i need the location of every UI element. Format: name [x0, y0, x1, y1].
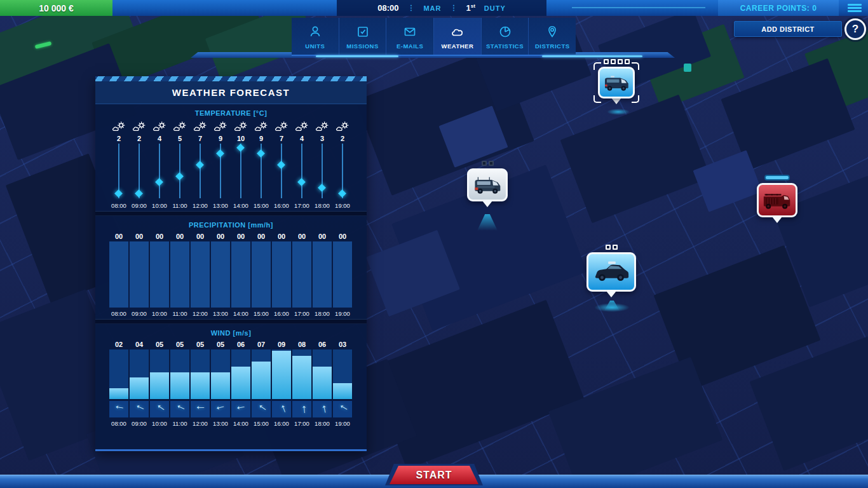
add-district-button[interactable]: ADD DISTRICT — [734, 21, 842, 37]
temperature-times-row: 08:0009:0010:0011:0012:0013:0014:0015:00… — [109, 200, 353, 211]
precipitation-value: 00 — [149, 231, 170, 241]
time-label: 11:00 — [170, 308, 190, 319]
wind-direction-cell: → — [271, 401, 292, 417]
time-label: 17:00 — [292, 308, 312, 319]
sun-behind-cloud-icon — [312, 119, 332, 133]
precipitation-values-row: 000000000000000000000000 — [109, 231, 353, 241]
tab-label: UNITS — [305, 43, 325, 50]
sun-behind-cloud-icon — [332, 119, 353, 133]
tab-missions[interactable]: MISSIONS — [339, 18, 387, 55]
wind-direction-cell: → — [312, 401, 332, 417]
unit-marker-fire-truck[interactable] — [757, 175, 797, 223]
fire-truck-progress-bar — [764, 175, 790, 180]
temperature-chart — [109, 144, 353, 200]
wind-bar — [252, 362, 271, 399]
selection-bracket-icon — [632, 95, 639, 103]
tab-units[interactable]: UNITS — [292, 18, 339, 55]
status-square — [482, 161, 487, 166]
tab-underline-right — [542, 55, 642, 57]
wind-bar-cell — [190, 349, 210, 399]
precipitation-bar — [109, 241, 128, 308]
temperature-axis-line — [200, 144, 201, 198]
wind-value: 08 — [292, 339, 312, 349]
status-square — [606, 245, 611, 250]
marker-pointer — [772, 217, 782, 223]
wind-bar-cell — [231, 349, 251, 399]
sun-behind-cloud-icon — [231, 119, 251, 133]
wind-direction-arrow-icon: → — [131, 401, 147, 417]
temperature-point — [297, 178, 306, 186]
wind-values-row: 020405050505060709080603 — [109, 339, 353, 349]
wind-bar-cell — [129, 349, 149, 399]
temperature-value: 7 — [271, 133, 292, 144]
temperature-line — [312, 144, 332, 200]
precipitation-column — [109, 241, 129, 308]
temperature-point — [135, 189, 143, 198]
wind-direction-arrow-icon: → — [274, 402, 289, 417]
wind-direction-arrow-icon: → — [315, 402, 330, 417]
temperature-point — [236, 144, 245, 152]
time-label: 13:00 — [210, 417, 231, 429]
help-button[interactable]: ? — [844, 18, 866, 40]
time-label: 19:00 — [332, 417, 353, 429]
districts-pin-icon — [544, 24, 560, 40]
wind-value: 03 — [332, 339, 353, 349]
temperature-value: 4 — [292, 133, 312, 144]
temperature-point — [318, 184, 326, 192]
wind-direction-arrow-icon: → — [172, 401, 187, 417]
tab-emails[interactable]: E-MAILS — [386, 18, 434, 55]
tab-districts[interactable]: DISTRICTS — [529, 18, 576, 55]
temperature-axis-line — [281, 144, 282, 198]
time-label: 14:00 — [231, 308, 251, 319]
wind-bar — [109, 388, 128, 399]
sun-behind-cloud-icon — [271, 119, 292, 133]
hamburger-menu-icon[interactable] — [846, 3, 863, 14]
tab-weather[interactable]: WEATHER — [434, 18, 482, 55]
weather-forecast-panel: WEATHER FORECAST TEMPERATURE [°C] 224579… — [95, 76, 367, 451]
precipitation-value: 00 — [109, 231, 129, 241]
sun-behind-cloud-icon — [129, 119, 149, 133]
temperature-value: 2 — [109, 133, 129, 144]
precipitation-column — [251, 241, 271, 308]
precipitation-bar — [313, 241, 332, 308]
wind-direction-arrow-icon: → — [213, 402, 227, 416]
wind-bar — [211, 372, 230, 399]
time-label: 10:00 — [149, 417, 170, 429]
emails-envelope-icon — [402, 24, 418, 40]
temperature-values-row: 2245791097432 — [109, 133, 353, 144]
unit-marker-police-car[interactable] — [587, 245, 636, 297]
city-block — [560, 95, 711, 223]
wind-direction-cell: → — [251, 401, 271, 417]
unit-marker-ambulance[interactable] — [467, 161, 508, 207]
tab-statistics[interactable]: STATISTICS — [482, 18, 529, 55]
temperature-value: 2 — [332, 133, 353, 144]
wind-direction-cell: → — [149, 401, 170, 417]
wind-value: 02 — [109, 339, 129, 349]
wind-bar-cell — [251, 349, 271, 399]
wind-direction-row: →→→→→→→→→→→→ — [109, 399, 353, 417]
precipitation-value: 00 — [210, 231, 231, 241]
start-button[interactable]: START — [390, 466, 478, 484]
unit-marker-police-van[interactable] — [598, 59, 635, 104]
precipitation-column — [271, 241, 292, 308]
day-display: 1st — [466, 3, 475, 13]
duty-label: DUTY — [484, 4, 506, 12]
wind-direction-cell: → — [109, 401, 129, 417]
time-label: 15:00 — [251, 200, 271, 211]
wind-value: 07 — [251, 339, 271, 349]
precipitation-bar — [272, 241, 291, 308]
wind-direction-arrow-icon: → — [295, 403, 309, 416]
wind-bar-cell — [312, 349, 332, 399]
temperature-axis-line — [179, 144, 180, 198]
tab-label: WEATHER — [441, 43, 473, 50]
clock-panel: 08:00 ⋮ MAR ⋮ 1st DUTY — [337, 0, 546, 16]
section-divider — [95, 211, 367, 216]
wind-direction-cell: → — [210, 401, 231, 417]
status-squares — [604, 59, 630, 64]
wind-direction-cell: → — [231, 401, 251, 417]
temperature-point — [338, 189, 346, 198]
time-label: 18:00 — [312, 200, 332, 211]
wind-times-row: 08:0009:0010:0011:0012:0013:0014:0015:00… — [109, 417, 353, 429]
time-label: 11:00 — [170, 417, 190, 429]
precipitation-bar — [333, 241, 352, 308]
